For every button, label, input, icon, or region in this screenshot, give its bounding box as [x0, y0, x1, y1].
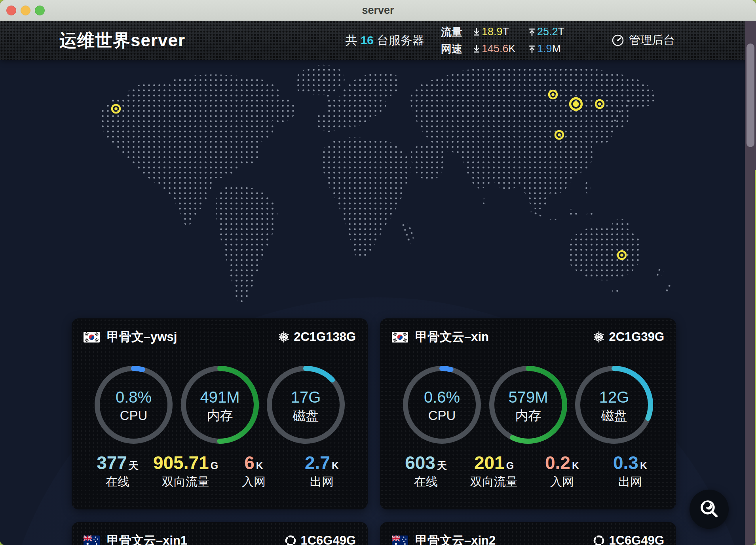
zoom-fab-button[interactable]: [690, 490, 729, 529]
stat-出网: 0.3K 出网: [596, 453, 664, 490]
stat-value: 6K: [220, 453, 288, 472]
stat-label: 在线: [84, 474, 152, 490]
gauge-value: 12G: [599, 388, 629, 406]
server-count-number: 16: [361, 34, 374, 47]
server-name: 甲骨文–ywsj: [107, 329, 177, 345]
stat-入网: 6K 入网: [220, 453, 288, 490]
island-philippines: [585, 181, 591, 194]
server-spec: 1C6G49G: [593, 534, 664, 545]
server-card-header: 甲骨文云–xin2 1C6G49G: [392, 532, 664, 545]
stat-label: 双向流量: [152, 474, 220, 490]
gauge-value: 579M: [508, 388, 548, 406]
server-spec: 1C6G49G: [284, 534, 356, 545]
gauge-label: 内存: [207, 408, 233, 423]
server-card-header: 甲骨文云–xin1 1C6G49G: [84, 532, 356, 545]
island-nz-north: [656, 266, 665, 278]
app-window: server: [0, 0, 756, 545]
server-card[interactable]: 甲骨文云–xin2 1C6G49G: [380, 522, 676, 545]
stats-row: 377天 在线 905.71G 双向流量 6K 入网 2.7K 出网: [84, 453, 356, 490]
stat-value: 201G: [460, 453, 528, 472]
continent-africa: [322, 137, 411, 259]
continent-greenland: [295, 65, 345, 95]
stat-unit: G: [506, 460, 514, 471]
admin-panel-button[interactable]: 管理后台: [611, 32, 675, 48]
server-spec-text: 1C6G49G: [300, 534, 356, 545]
island-nz-south: [665, 282, 674, 293]
server-card[interactable]: 甲骨文云–xin 2C1G39G 0.6% CPU 579M 内存 12G 磁盘…: [380, 318, 676, 509]
island-iceland: [306, 76, 315, 81]
island-madagascar: [399, 221, 416, 245]
stat-label: 入网: [528, 474, 596, 490]
island-java: [546, 219, 562, 223]
stat-unit: 天: [129, 460, 139, 471]
minimize-button[interactable]: [21, 6, 30, 15]
snowflake-icon: [593, 331, 605, 343]
speed-up-value: 1.9: [537, 43, 552, 55]
app-header: 运维世界server 共16台服务器 流量 18.9T 25.2T 网速 145…: [0, 21, 756, 60]
server-name: 甲骨文云–xin: [415, 329, 489, 345]
gauge-cpu: 0.6% CPU: [401, 364, 482, 445]
gauge-disk: 12G 磁盘: [574, 364, 655, 445]
traffic-up-value: 25.2: [537, 26, 558, 38]
zoom-button[interactable]: [35, 6, 45, 15]
server-spec-text: 1C6G49G: [609, 534, 664, 545]
gauge-label: 磁盘: [601, 408, 627, 423]
island-borneo: [567, 209, 577, 218]
server-card[interactable]: 甲骨文云–xin1 1C6G49G: [72, 522, 368, 545]
stat-value: 603天: [392, 453, 460, 472]
arrow-up-to-bar-icon: [528, 27, 536, 37]
gauge-row: 0.6% CPU 579M 内存 12G 磁盘: [392, 364, 664, 445]
stat-value: 905.71G: [152, 453, 220, 472]
stat-双向流量: 201G 双向流量: [460, 453, 528, 490]
continents: [100, 65, 673, 304]
server-spec-text: 2C1G39G: [609, 330, 664, 344]
stat-label: 出网: [288, 474, 356, 490]
stat-在线: 603天 在线: [392, 453, 460, 490]
stat-label: 在线: [392, 474, 460, 490]
gauge-value: 491M: [200, 388, 239, 406]
flag-au: [392, 536, 408, 545]
server-count: 共16台服务器: [346, 32, 424, 49]
flag-kr: [392, 332, 408, 343]
stat-入网: 0.2K 入网: [528, 453, 596, 490]
window-title: server: [362, 4, 394, 17]
gauge-dashboard-icon: [611, 34, 625, 47]
stat-出网: 2.7K 出网: [288, 453, 356, 490]
close-button[interactable]: [6, 6, 16, 15]
stat-unit: 天: [437, 460, 447, 471]
window-controls: [6, 0, 45, 21]
server-name: 甲骨文云–xin2: [415, 532, 496, 545]
zoom-magnifier-icon: [698, 498, 721, 521]
flag-kr: [84, 332, 100, 343]
gauge-mem: 491M 内存: [179, 364, 260, 445]
island-tasmania: [612, 289, 619, 293]
flag-au: [84, 536, 100, 545]
stat-unit: G: [211, 460, 218, 471]
arrow-down-to-bar-icon: [473, 27, 481, 37]
server-spec: 2C1G39G: [593, 330, 664, 344]
admin-panel-label: 管理后台: [629, 32, 675, 48]
scrollbar-thumb[interactable]: [747, 44, 754, 147]
gauge-value: 0.6%: [424, 388, 460, 406]
server-card-header: 甲骨文云–xin 2C1G39G: [392, 329, 664, 345]
stat-unit: K: [640, 460, 647, 471]
island-taiwan: [581, 155, 585, 161]
arrow-up-to-bar-icon: [528, 44, 536, 54]
stat-unit: K: [332, 460, 339, 471]
server-card-grid: 甲骨文–ywsj 2C1G138G 0.8% CPU 491M 内存 17G 磁…: [72, 318, 676, 545]
stat-value: 2.7K: [288, 453, 356, 472]
server-name: 甲骨文云–xin1: [107, 532, 187, 545]
stat-unit: K: [256, 460, 263, 471]
spinner-icon: [593, 534, 605, 545]
flag-south-korea: [392, 332, 408, 343]
stat-双向流量: 905.71G 双向流量: [152, 453, 220, 490]
stats-row: 603天 在线 201G 双向流量 0.2K 入网 0.3K 出网: [392, 453, 664, 490]
scrollbar-track[interactable]: [745, 21, 756, 545]
gauge-value: 0.8%: [116, 388, 152, 406]
stat-label: 入网: [220, 474, 288, 490]
traffic-down-value: 18.9: [482, 26, 503, 38]
island-srilanka: [482, 198, 487, 204]
server-card[interactable]: 甲骨文–ywsj 2C1G138G 0.8% CPU 491M 内存 17G 磁…: [72, 318, 368, 509]
speed-up: 1.9M: [528, 43, 580, 55]
server-spec: 2C1G138G: [277, 330, 356, 344]
